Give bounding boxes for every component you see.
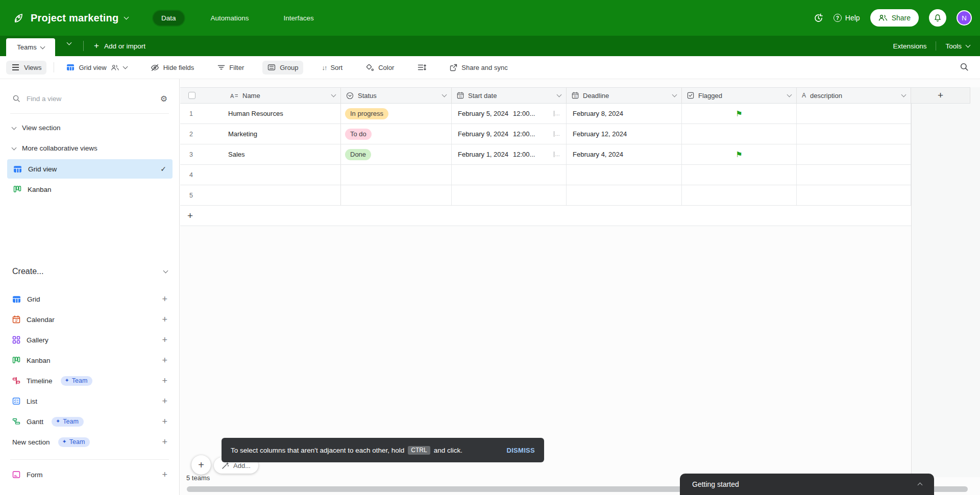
- plus-icon[interactable]: +: [162, 335, 167, 345]
- add-or-import-button[interactable]: + Add or import: [94, 36, 145, 56]
- filter-button[interactable]: Filter: [212, 61, 249, 75]
- chevron-down-icon[interactable]: [672, 92, 677, 97]
- create-item-new-section[interactable]: New section ✦ Team +: [12, 432, 167, 452]
- cell-start-date[interactable]: February 1, 202412:00... …: [452, 144, 567, 164]
- chevron-down-icon[interactable]: [557, 92, 562, 97]
- cell-start-date[interactable]: [452, 165, 567, 185]
- row-number[interactable]: 3: [180, 144, 225, 164]
- plus-icon[interactable]: +: [162, 396, 167, 407]
- rocket-logo-icon[interactable]: [12, 12, 24, 24]
- cell-deadline[interactable]: February 4, 2024: [567, 144, 682, 164]
- cell-start-date[interactable]: [452, 185, 567, 205]
- plus-icon[interactable]: +: [162, 416, 167, 427]
- cell-status[interactable]: To do: [341, 124, 452, 144]
- chevron-down-icon[interactable]: [442, 92, 447, 97]
- tab-data[interactable]: Data: [153, 11, 184, 26]
- chevron-down-icon[interactable]: [787, 92, 792, 97]
- row-number[interactable]: 5: [180, 185, 225, 205]
- plus-icon[interactable]: +: [162, 437, 167, 448]
- views-button[interactable]: Views: [6, 61, 46, 75]
- share-and-sync-button[interactable]: Share and sync: [445, 61, 512, 75]
- table-list-chevron-icon[interactable]: [67, 40, 72, 45]
- cell-flagged[interactable]: [682, 165, 797, 185]
- gear-icon[interactable]: ⚙: [160, 94, 167, 104]
- cell-flagged[interactable]: ⚑: [682, 144, 797, 164]
- row-number[interactable]: 4: [180, 165, 225, 185]
- history-icon[interactable]: [814, 13, 823, 23]
- plus-icon[interactable]: +: [162, 469, 167, 480]
- base-title[interactable]: Project marketing: [31, 12, 118, 24]
- cell-name[interactable]: Human Resources: [225, 104, 341, 123]
- chevron-down-icon[interactable]: [901, 92, 906, 97]
- column-header-status[interactable]: Status: [341, 88, 452, 103]
- plus-icon[interactable]: +: [162, 294, 167, 305]
- column-header-start-date[interactable]: 31 Start date: [452, 88, 567, 103]
- cell-flagged[interactable]: [682, 124, 797, 144]
- section-view-section[interactable]: View section: [12, 124, 61, 132]
- create-item-grid[interactable]: Grid +: [12, 289, 167, 309]
- dismiss-button[interactable]: DISMISS: [506, 447, 535, 454]
- create-item-calendar[interactable]: Calendar +: [12, 309, 167, 330]
- notifications-button[interactable]: [929, 9, 946, 27]
- color-button[interactable]: Color: [361, 61, 399, 75]
- row-number[interactable]: 2: [180, 124, 225, 144]
- base-title-chevron-icon[interactable]: [124, 15, 129, 20]
- sidebar-view-grid-view[interactable]: Grid view ✓: [7, 159, 173, 179]
- search-icon[interactable]: [960, 62, 969, 71]
- row-height-button[interactable]: [412, 61, 431, 74]
- cell-start-date[interactable]: February 5, 202412:00... …: [452, 104, 567, 123]
- cell-status[interactable]: Done: [341, 144, 452, 164]
- find-a-view-input[interactable]: [27, 95, 154, 103]
- create-item-gantt[interactable]: Gantt ✦ Team +: [12, 411, 167, 432]
- column-header-deadline[interactable]: 31 Deadline: [567, 88, 682, 103]
- help-button[interactable]: ? Help: [834, 14, 860, 22]
- cell-description[interactable]: [797, 165, 911, 185]
- plus-icon[interactable]: +: [162, 355, 167, 366]
- chevron-down-icon[interactable]: [331, 92, 336, 97]
- cell-name[interactable]: [225, 185, 341, 205]
- cell-name[interactable]: Marketing: [225, 124, 341, 144]
- section-more-collaborative-views[interactable]: More collaborative views: [12, 144, 97, 152]
- cell-flagged[interactable]: ⚑: [682, 104, 797, 123]
- create-item-list[interactable]: List +: [12, 391, 167, 411]
- cell-description[interactable]: [797, 185, 911, 205]
- create-item-form[interactable]: Form +: [12, 464, 167, 485]
- getting-started-panel[interactable]: Getting started: [680, 474, 934, 495]
- chevron-up-icon[interactable]: [918, 483, 923, 488]
- create-item-gallery[interactable]: Gallery +: [12, 330, 167, 350]
- tab-interfaces[interactable]: Interfaces: [276, 11, 322, 26]
- tab-automations[interactable]: Automations: [203, 11, 257, 26]
- add-field-button[interactable]: +: [911, 87, 970, 104]
- create-item-timeline[interactable]: Timeline ✦ Team +: [12, 370, 167, 391]
- cell-status[interactable]: [341, 185, 452, 205]
- cell-deadline[interactable]: February 12, 2024: [567, 124, 682, 144]
- plus-icon[interactable]: +: [162, 314, 167, 325]
- table-tab-teams[interactable]: Teams: [6, 38, 55, 56]
- select-all-checkbox[interactable]: [188, 92, 195, 99]
- column-header-name[interactable]: A Name: [225, 88, 341, 103]
- cell-description[interactable]: [797, 124, 911, 144]
- cell-flagged[interactable]: [682, 185, 797, 205]
- cell-status[interactable]: In progress: [341, 104, 452, 123]
- column-header-description[interactable]: A description: [797, 88, 911, 103]
- cell-name[interactable]: Sales: [225, 144, 341, 164]
- share-button[interactable]: Share: [870, 9, 919, 27]
- sort-button[interactable]: ↓↑ Sort: [316, 61, 348, 75]
- tools-button[interactable]: Tools: [945, 42, 970, 50]
- create-section-header[interactable]: Create...: [12, 267, 167, 276]
- cell-description[interactable]: [797, 144, 911, 164]
- cell-status[interactable]: [341, 165, 452, 185]
- current-view-button[interactable]: Grid view: [61, 60, 132, 75]
- cell-deadline[interactable]: [567, 185, 682, 205]
- cell-deadline[interactable]: [567, 165, 682, 185]
- add-record-row[interactable]: +: [180, 206, 911, 226]
- cell-name[interactable]: [225, 165, 341, 185]
- cell-description[interactable]: [797, 104, 911, 123]
- column-header-flagged[interactable]: Flagged: [682, 88, 797, 103]
- group-button[interactable]: Group: [262, 61, 303, 75]
- add-record-button[interactable]: +: [191, 455, 211, 475]
- cell-start-date[interactable]: February 9, 202412:00... …: [452, 124, 567, 144]
- cell-deadline[interactable]: February 8, 2024: [567, 104, 682, 123]
- user-avatar[interactable]: N: [957, 10, 972, 26]
- extensions-button[interactable]: Extensions: [893, 42, 926, 50]
